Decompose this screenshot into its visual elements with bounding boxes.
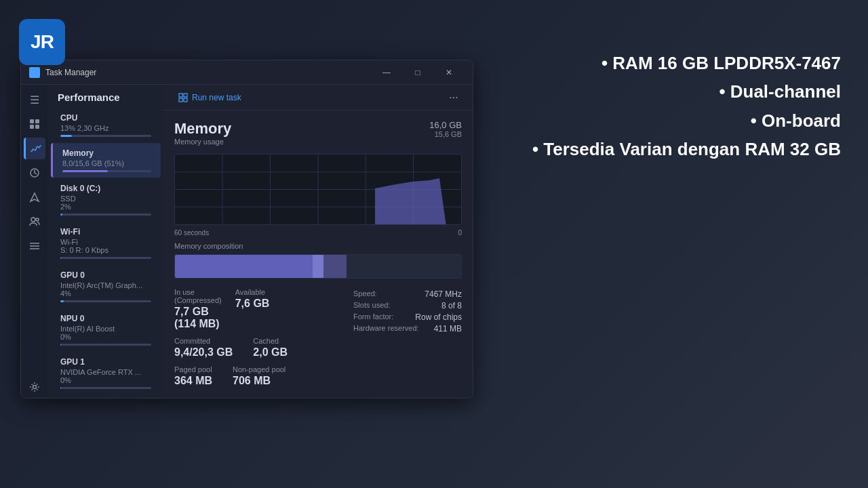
- stats-left: In use (Compressed) 7,7 GB (114 MB) Avai…: [174, 288, 342, 387]
- graph-grid-svg: [175, 155, 461, 224]
- nav-item-gpu0[interactable]: GPU 0 Intel(R) Arc(TM) Graph... 4%: [51, 265, 161, 308]
- svg-rect-16: [184, 94, 187, 97]
- nav-item-cpu[interactable]: CPU 13% 2,30 GHz: [51, 108, 161, 142]
- memory-graph: [174, 154, 462, 225]
- memory-title: Memory: [174, 120, 231, 138]
- svg-rect-6: [30, 125, 34, 129]
- stats-right: Speed: 7467 MHz Slots used: 8 of 8 Form …: [353, 289, 462, 387]
- nav-item-wifi[interactable]: Wi-Fi Wi-Fi S: 0 R: 0 Kbps: [51, 222, 161, 264]
- app-icon: [29, 67, 40, 78]
- stat-slots-row: Slots used: 8 of 8: [353, 301, 462, 310]
- memory-usage-label: Memory usage: [174, 138, 231, 146]
- svg-point-9: [31, 218, 35, 222]
- sidebar-hamburger[interactable]: ☰: [24, 89, 45, 110]
- window-title: Task Manager: [45, 68, 371, 77]
- stat-speed-row: Speed: 7467 MHz: [353, 289, 462, 299]
- nav-header: Performance: [48, 85, 163, 107]
- more-options-button[interactable]: ···: [444, 88, 463, 107]
- svg-rect-4: [30, 119, 34, 123]
- stat-committed: Committed 9,4/20,3 GB: [174, 337, 233, 359]
- sidebar-processes[interactable]: [24, 113, 45, 135]
- stat-available: Available 7,6 GB: [235, 288, 282, 330]
- svg-rect-3: [35, 73, 38, 76]
- window-controls: — □ ✕: [371, 60, 465, 85]
- sidebar-history[interactable]: [24, 162, 45, 184]
- run-task-label: Run new task: [192, 93, 241, 102]
- info-line-3: • On-board: [532, 108, 841, 133]
- nav-item-memory[interactable]: Memory 8,0/15,6 GB (51%): [51, 143, 161, 178]
- memory-usage-val: 15,6 GB: [429, 130, 462, 138]
- stats-area: In use (Compressed) 7,7 GB (114 MB) Avai…: [174, 288, 462, 387]
- stat-row-pool: Paged pool 364 MB Non-paged pool 706 MB: [174, 365, 342, 387]
- run-task-icon: [178, 93, 188, 102]
- graph-labels: 60 seconds 0: [174, 229, 462, 237]
- composition-bar: [174, 254, 462, 279]
- sidebar-startup[interactable]: [24, 186, 45, 208]
- nav-item-npu0[interactable]: NPU 0 Intel(R) AI Boost 0%: [51, 308, 161, 351]
- info-line-2: • Dual-channel: [532, 79, 841, 104]
- svg-point-10: [36, 218, 39, 221]
- stat-form-row: Form factor: Row of chips: [353, 312, 462, 322]
- comp-free: [347, 255, 461, 278]
- task-manager-window: Task Manager — □ ✕ ☰: [20, 60, 473, 399]
- tm-body: ☰ Performa: [21, 85, 473, 398]
- comp-standby: [323, 255, 347, 278]
- memory-header: Memory Memory usage 16,0 GB 15,6 GB: [174, 120, 462, 151]
- close-button[interactable]: ✕: [433, 60, 465, 85]
- toolbar: Run new task ···: [163, 85, 473, 110]
- info-line-4: • Tersedia Varian dengan RAM 32 GB: [532, 137, 841, 161]
- svg-rect-15: [179, 94, 182, 97]
- svg-marker-27: [375, 178, 446, 224]
- graph-time-label: 60 seconds: [174, 229, 209, 237]
- stat-inuse: In use (Compressed) 7,7 GB (114 MB): [174, 288, 222, 330]
- stat-paged: Paged pool 364 MB: [174, 365, 212, 387]
- svg-rect-1: [35, 69, 38, 72]
- run-new-task-button[interactable]: Run new task: [173, 90, 247, 105]
- main-content: Run new task ··· Memory Memory usage 16,…: [163, 85, 473, 398]
- memory-total: 16,0 GB: [429, 120, 462, 130]
- svg-rect-7: [35, 125, 39, 129]
- comp-inuse: [175, 255, 313, 278]
- svg-rect-18: [184, 98, 187, 102]
- comp-modified: [313, 255, 324, 278]
- nav-item-disk0[interactable]: Disk 0 (C:) SSD 2%: [51, 178, 161, 221]
- svg-point-14: [33, 386, 37, 389]
- svg-rect-5: [35, 119, 39, 123]
- stat-nonpaged: Non-paged pool 706 MB: [233, 365, 285, 387]
- composition-label: Memory composition: [174, 242, 462, 250]
- sidebar-users[interactable]: [24, 211, 45, 232]
- info-panel: • RAM 16 GB LPDDR5X-7467 • Dual-channel …: [532, 51, 841, 166]
- graph-zero-label: 0: [458, 229, 462, 237]
- nav-item-gpu1[interactable]: GPU 1 NVIDIA GeForce RTX ... 0%: [51, 352, 161, 394]
- stat-cached: Cached 2,0 GB: [253, 337, 288, 359]
- stat-row-committed: Committed 9,4/20,3 GB Cached 2,0 GB: [174, 337, 342, 359]
- minimize-button[interactable]: —: [371, 60, 402, 85]
- stat-hw-row: Hardware reserved: 411 MB: [353, 324, 462, 333]
- sidebar-performance[interactable]: [24, 138, 45, 159]
- nav-panel: Performance CPU 13% 2,30 GHz Memory 8,0/…: [48, 85, 163, 398]
- info-line-1: • RAM 16 GB LPDDR5X-7467: [532, 51, 841, 75]
- sidebar-settings[interactable]: [24, 376, 45, 398]
- icon-sidebar: ☰: [21, 85, 48, 398]
- jr-logo: JR: [19, 19, 65, 65]
- sidebar-details[interactable]: [24, 235, 45, 257]
- title-bar: Task Manager — □ ✕: [21, 60, 473, 85]
- maximize-button[interactable]: □: [402, 60, 433, 85]
- stats-grid: In use (Compressed) 7,7 GB (114 MB) Avai…: [174, 288, 342, 330]
- svg-rect-17: [179, 98, 182, 102]
- svg-rect-0: [31, 69, 34, 72]
- svg-rect-2: [31, 73, 34, 76]
- memory-detail: Memory Memory usage 16,0 GB 15,6 GB: [163, 110, 473, 398]
